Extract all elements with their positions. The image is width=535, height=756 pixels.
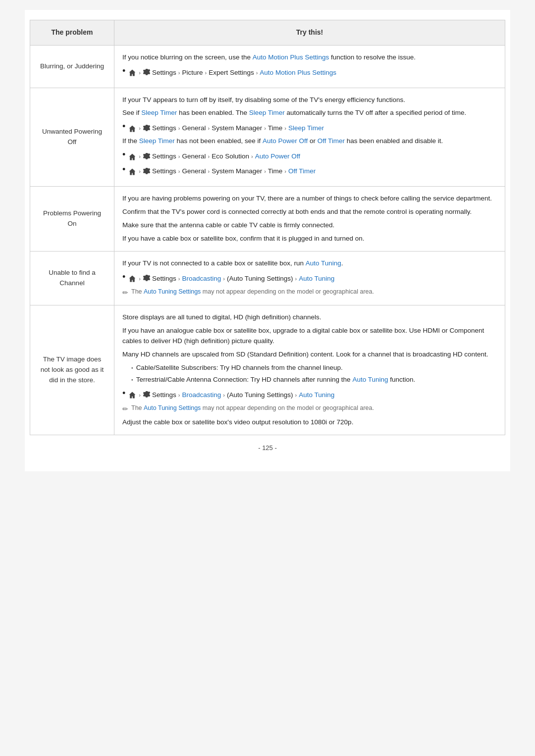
unwanted-nav1-path: › Settings › General › System Manager › … bbox=[128, 123, 324, 134]
auto-motion-plus-highlight: Auto Motion Plus Settings bbox=[253, 53, 329, 61]
auto-tuning-bullet-highlight: Auto Tuning bbox=[352, 376, 388, 383]
problem-cell-powering-on: Problems Powering On bbox=[30, 187, 114, 252]
solution-cell-powering-off: If your TV appears to turn off by itself… bbox=[114, 88, 505, 187]
channel-nav1-row: • › Settings › Broadcasting › (Auto Tuni… bbox=[122, 272, 497, 285]
expert-settings-label: Expert Settings bbox=[209, 68, 254, 78]
bullet-dot: • bbox=[122, 66, 125, 75]
sleep-timer-nav: Sleep Timer bbox=[288, 123, 324, 134]
auto-tuning-settings-paren2: (Auto Tuning Settings) bbox=[227, 390, 293, 401]
gear-icon bbox=[143, 275, 151, 283]
image-nav1-row: • › Settings › Broadcasting › (Auto Tuni… bbox=[122, 388, 497, 402]
unwanted-nav3-path: › Settings › General › System Manager › … bbox=[128, 166, 316, 177]
home-icon bbox=[128, 391, 136, 399]
sleep-timer-3: Sleep Timer bbox=[139, 137, 175, 145]
image-bullet2-row: ● Terrestrial/Cable Antenna Connection: … bbox=[131, 375, 497, 385]
table-row: Blurring, or Juddering If you notice blu… bbox=[30, 45, 505, 88]
image-bullet1-text: Cable/Satellite Subscribers: Try HD chan… bbox=[136, 363, 343, 373]
bullet-dot: • bbox=[122, 150, 125, 159]
auto-power-off-nav: Auto Power Off bbox=[255, 151, 300, 162]
bullet-icon: ● bbox=[131, 366, 133, 370]
bullet-dot: • bbox=[122, 122, 125, 131]
problem-image-text: The TV image does not look as good as it… bbox=[41, 355, 104, 384]
solution-cell-image: Store displays are all tuned to digital,… bbox=[114, 305, 505, 435]
settings-label: Settings bbox=[152, 166, 176, 177]
powering-on-para4: If you have a cable box or satellite box… bbox=[122, 234, 497, 244]
problem-cell-powering-off: Unwanted Powering Off bbox=[30, 88, 114, 187]
gear-icon bbox=[143, 69, 151, 77]
time-label: Time bbox=[268, 123, 283, 134]
off-timer-nav: Off Timer bbox=[288, 166, 316, 177]
table-row: Problems Powering On If you are having p… bbox=[30, 187, 505, 252]
unwanted-nav3-row: • › Settings › General › System Manager … bbox=[122, 164, 497, 178]
bullet-icon: ● bbox=[131, 378, 133, 382]
home-icon bbox=[128, 168, 136, 176]
bullet-dot: • bbox=[122, 165, 125, 174]
page-container: The problem Try this! Blurring, or Judde… bbox=[25, 10, 510, 471]
table-row: Unable to find a Channel If your TV is n… bbox=[30, 251, 505, 305]
image-para1: Store displays are all tuned to digital,… bbox=[122, 312, 497, 323]
problem-cell-blurring: Blurring, or Juddering bbox=[30, 45, 114, 88]
image-para-last: Adjust the cable box or satellite box's … bbox=[122, 417, 497, 428]
eco-solution-label: Eco Solution bbox=[212, 151, 249, 162]
home-icon bbox=[128, 69, 136, 77]
auto-tuning-settings-note: Auto Tuning Settings bbox=[144, 288, 201, 295]
general-label: General bbox=[182, 123, 206, 134]
home-icon bbox=[128, 275, 136, 283]
unwanted-para1: If your TV appears to turn off by itself… bbox=[122, 95, 497, 105]
gear-icon bbox=[143, 153, 151, 161]
broadcasting-nav: Broadcasting bbox=[182, 274, 221, 284]
blurring-nav-path: › Settings › Picture › Expert Settings ›… bbox=[128, 68, 336, 78]
image-para2: If you have an analogue cable box or sat… bbox=[122, 326, 497, 347]
main-table: The problem Try this! Blurring, or Judde… bbox=[30, 20, 505, 435]
settings-label: Settings bbox=[152, 390, 176, 401]
table-row: The TV image does not look as good as it… bbox=[30, 305, 505, 435]
table-row: Unwanted Powering Off If your TV appears… bbox=[30, 88, 505, 187]
page-number: - 125 - bbox=[30, 444, 505, 452]
sleep-timer-2: Sleep Timer bbox=[249, 109, 285, 116]
settings-label: Settings bbox=[152, 274, 176, 284]
solution-cell-powering-on: If you are having problems powering on y… bbox=[114, 187, 505, 252]
channel-nav1-path: › Settings › Broadcasting › (Auto Tuning… bbox=[128, 274, 334, 284]
unwanted-nav2-row: • › Settings › General › Eco Solution › … bbox=[122, 150, 497, 163]
general-label: General bbox=[182, 166, 206, 177]
home-icon bbox=[128, 153, 136, 161]
col-header-try: Try this! bbox=[114, 20, 505, 46]
channel-para1: If your TV is not connected to a cable b… bbox=[122, 258, 497, 269]
solution-cell-channel: If your TV is not connected to a cable b… bbox=[114, 251, 505, 305]
unwanted-nav1-row: • › Settings › General › System Manager … bbox=[122, 121, 497, 135]
image-bullet2-text: Terrestrial/Cable Antenna Connection: Tr… bbox=[136, 375, 416, 385]
system-manager-label: System Manager bbox=[212, 166, 262, 177]
settings-label: Settings bbox=[152, 68, 176, 78]
home-icon bbox=[128, 125, 136, 133]
solution-cell-blurring: If you notice blurring on the screen, us… bbox=[114, 45, 505, 88]
auto-tuning-settings-note2: Auto Tuning Settings bbox=[144, 404, 201, 411]
image-note: ✏ The Auto Tuning Settings may not appea… bbox=[122, 403, 497, 415]
time-label: Time bbox=[268, 166, 283, 177]
auto-tuning-highlight: Auto Tuning bbox=[306, 259, 341, 267]
unwanted-para2: See if Sleep Timer has been enabled. The… bbox=[122, 108, 497, 118]
image-note-text: The Auto Tuning Settings may not appear … bbox=[131, 403, 374, 413]
powering-on-para3: Make sure that the antenna cable or cabl… bbox=[122, 220, 497, 231]
unwanted-para3: If the Sleep Timer has not been enabled,… bbox=[122, 136, 497, 147]
problem-cell-image: The TV image does not look as good as it… bbox=[30, 305, 114, 435]
auto-tuning-settings-paren: (Auto Tuning Settings) bbox=[227, 274, 293, 284]
picture-label: Picture bbox=[182, 68, 203, 78]
off-timer-highlight: Off Timer bbox=[318, 137, 345, 145]
channel-note: ✏ The Auto Tuning Settings may not appea… bbox=[122, 287, 497, 299]
broadcasting-nav2: Broadcasting bbox=[182, 390, 221, 401]
sleep-timer-1: Sleep Timer bbox=[141, 109, 177, 116]
auto-motion-plus-nav: Auto Motion Plus Settings bbox=[260, 68, 336, 78]
pencil-icon: ✏ bbox=[122, 288, 128, 299]
col-header-problem: The problem bbox=[30, 20, 114, 46]
bullet-dot: • bbox=[122, 389, 125, 398]
image-bullet1-row: ● Cable/Satellite Subscribers: Try HD ch… bbox=[131, 363, 497, 373]
general-label: General bbox=[182, 151, 206, 162]
pencil-icon: ✏ bbox=[122, 404, 128, 415]
auto-power-off-highlight: Auto Power Off bbox=[263, 137, 308, 145]
powering-on-para1: If you are having problems powering on y… bbox=[122, 194, 497, 204]
image-nav1-path: › Settings › Broadcasting › (Auto Tuning… bbox=[128, 390, 334, 401]
unwanted-nav2-path: › Settings › General › Eco Solution › Au… bbox=[128, 151, 300, 162]
settings-label: Settings bbox=[152, 123, 176, 134]
gear-icon bbox=[143, 125, 151, 133]
gear-icon bbox=[143, 391, 151, 399]
